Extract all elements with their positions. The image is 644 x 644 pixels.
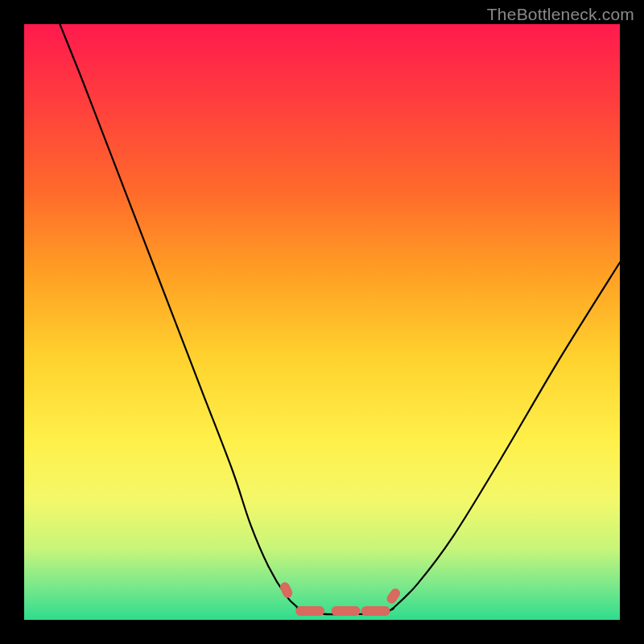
curve-layer [24, 24, 620, 620]
svg-rect-1 [295, 606, 324, 616]
gradient-plot-area [24, 24, 620, 620]
series-group [60, 24, 620, 614]
left-partial-marker [279, 580, 294, 599]
bottleneck-curve [60, 24, 620, 614]
svg-rect-3 [361, 606, 390, 616]
svg-rect-0 [279, 580, 294, 599]
floor-marker-1 [295, 606, 324, 616]
floor-marker-3 [361, 606, 390, 616]
svg-rect-2 [332, 606, 361, 616]
watermark-text: TheBottleneck.com [487, 5, 634, 24]
marker-group [279, 580, 402, 615]
outer-frame: TheBottleneck.com [0, 0, 644, 644]
floor-marker-2 [332, 606, 361, 616]
